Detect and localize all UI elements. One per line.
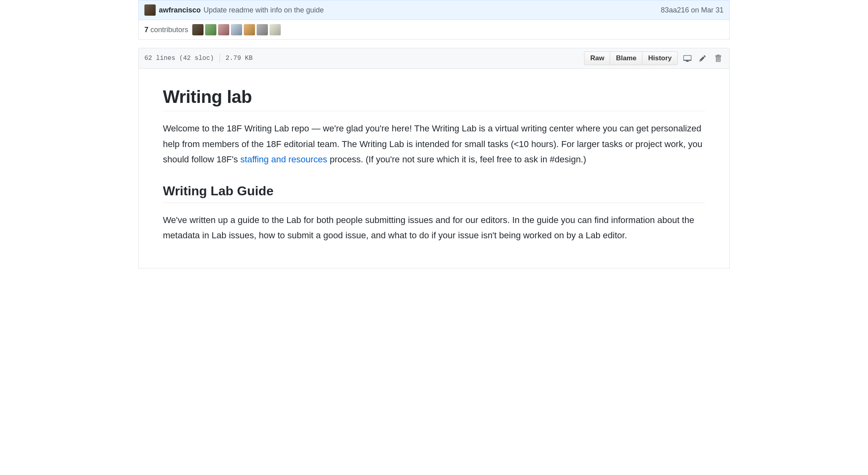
file-size: 2.79 KB — [226, 55, 253, 62]
contributors-bar: 7 contributors — [138, 20, 730, 40]
author-link[interactable]: awfrancisco — [159, 6, 201, 14]
file-lines: 62 lines (42 sloc) — [144, 55, 214, 62]
readme-intro-paragraph: Welcome to the 18F Writing Lab repo — we… — [163, 121, 705, 168]
divider — [220, 54, 220, 63]
contributor-avatar[interactable] — [218, 24, 229, 35]
contributor-avatar[interactable] — [192, 24, 204, 35]
readme-h2: Writing Lab Guide — [163, 184, 705, 203]
contributor-avatar[interactable] — [269, 24, 281, 35]
raw-button[interactable]: Raw — [584, 51, 610, 65]
file-action-buttons: Raw Blame History — [584, 51, 678, 65]
author-avatar[interactable] — [144, 4, 156, 16]
commit-meta: 83aa216 on Mar 31 — [661, 6, 724, 14]
commit-sha-link[interactable]: 83aa216 — [661, 6, 689, 14]
contributor-avatar[interactable] — [205, 24, 216, 35]
contributors-avatars — [192, 24, 281, 35]
contributors-count[interactable]: 7 contributors — [144, 26, 188, 34]
commit-message[interactable]: Update readme with info on the guide — [204, 6, 324, 14]
readme-content: Writing lab Welcome to the 18F Writing L… — [138, 69, 730, 268]
staffing-resources-link[interactable]: staffing and resources — [241, 154, 327, 164]
readme-guide-paragraph: We've written up a guide to the Lab for … — [163, 213, 705, 244]
contributors-number: 7 — [144, 26, 148, 34]
blame-button[interactable]: Blame — [610, 51, 642, 65]
desktop-icon[interactable] — [682, 53, 693, 64]
history-button[interactable]: History — [642, 51, 678, 65]
trash-icon[interactable] — [712, 53, 724, 64]
commit-date: on Mar 31 — [691, 6, 724, 14]
file-info: 62 lines (42 sloc) 2.79 KB — [144, 54, 253, 63]
readme-p1-post: process. (If you're not sure which it is… — [327, 154, 586, 164]
file-actions: Raw Blame History — [584, 51, 724, 65]
contributors-label: contributors — [150, 26, 188, 34]
contributor-avatar[interactable] — [231, 24, 242, 35]
commit-bar: awfrancisco Update readme with info on t… — [138, 0, 730, 20]
commit-author-section: awfrancisco Update readme with info on t… — [144, 4, 324, 16]
file-header: 62 lines (42 sloc) 2.79 KB Raw Blame His… — [138, 48, 730, 69]
readme-h1: Writing lab — [163, 87, 705, 111]
pencil-icon[interactable] — [697, 53, 708, 64]
contributor-avatar[interactable] — [244, 24, 255, 35]
contributor-avatar[interactable] — [257, 24, 268, 35]
